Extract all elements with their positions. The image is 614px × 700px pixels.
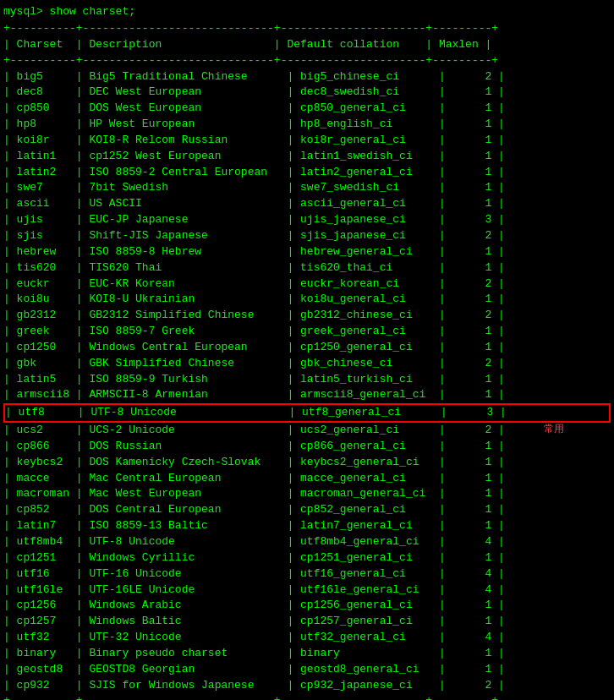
terminal-window: mysql> show charset; +----------+-------…: [0, 3, 614, 700]
table-row: | cp932 | SJIS for Windows Japanese | cp…: [3, 678, 611, 694]
table-row: | utf8 | UTF-8 Unicode | utf8_general_ci…: [3, 403, 611, 423]
separator-top: +----------+----------------------------…: [3, 21, 611, 37]
table-rows: | big5 | Big5 Traditional Chinese | big5…: [3, 69, 611, 694]
separator-mid: +----------+----------------------------…: [3, 53, 611, 69]
table-row: | latin2 | ISO 8859-2 Central European |…: [3, 165, 611, 181]
common-label: 常用: [544, 423, 564, 437]
table-row: | ujis | EUC-JP Japanese | ujis_japanese…: [3, 212, 611, 228]
table-row: | greek | ISO 8859-7 Greek | greek_gener…: [3, 324, 611, 340]
table-row: | cp1257 | Windows Baltic | cp1257_gener…: [3, 614, 611, 630]
table-row: | binary | Binary pseudo charset | binar…: [3, 646, 611, 662]
table-row: | macroman | Mac West European | macroma…: [3, 486, 611, 502]
table-row: | latin5 | ISO 8859-9 Turkish | latin5_t…: [3, 372, 611, 388]
table-row: | cp1250 | Windows Central European | cp…: [3, 340, 611, 356]
table-row: | cp1256 | Windows Arabic | cp1256_gener…: [3, 598, 611, 614]
table-row: | utf16le | UTF-16LE Unicode | utf16le_g…: [3, 582, 611, 599]
table-row: | armscii8 | ARMSCII-8 Armenian | armsci…: [3, 387, 611, 403]
table-row: | utf8mb4 | UTF-8 Unicode | utf8mb4_gene…: [3, 534, 611, 550]
table-row: | latin1 | cp1252 West European | latin1…: [3, 149, 611, 165]
table-row: | big5 | Big5 Traditional Chinese | big5…: [3, 69, 611, 85]
table-row: | cp850 | DOS West European | cp850_gene…: [3, 101, 611, 117]
table-row: | gb2312 | GB2312 Simplified Chinese | g…: [3, 308, 611, 324]
command-line: mysql> show charset;: [3, 5, 611, 18]
table-row: | sjis | Shift-JIS Japanese | sjis_japan…: [3, 228, 611, 244]
table-container: +----------+----------------------------…: [3, 21, 611, 700]
table-row: | swe7 | 7bit Swedish | swe7_swedish_ci …: [3, 180, 611, 196]
separator-bottom: +----------+----------------------------…: [3, 693, 611, 700]
table-row: | keybcs2 | DOS Kamenicky Czech-Slovak |…: [3, 455, 611, 471]
table-row: | gbk | GBK Simplified Chinese | gbk_chi…: [3, 356, 611, 372]
table-row: | cp866 | DOS Russian | cp866_general_ci…: [3, 439, 611, 455]
table-row: | ucs2 | UCS-2 Unicode | ucs2_general_ci…: [3, 423, 611, 439]
table-row: | koi8u | KOI8-U Ukrainian | koi8u_gener…: [3, 292, 611, 308]
table-header: | Charset | Description | Default collat…: [3, 37, 611, 53]
table-row: | ascii | US ASCII | ascii_general_ci | …: [3, 196, 611, 212]
table-row: | koi8r | KOI8-R Relcom Russian | koi8r_…: [3, 133, 611, 149]
table-row: | geostd8 | GEOSTD8 Georgian | geostd8_g…: [3, 662, 611, 678]
table-row: | hp8 | HP West European | hp8_english_c…: [3, 117, 611, 133]
table-row: | latin7 | ISO 8859-13 Baltic | latin7_g…: [3, 518, 611, 534]
table-row: | hebrew | ISO 8859-8 Hebrew | hebrew_ge…: [3, 244, 611, 260]
table-row: | utf32 | UTF-32 Unicode | utf32_general…: [3, 630, 611, 646]
table-row: | utf16 | UTF-16 Unicode | utf16_general…: [3, 566, 611, 582]
table-row: | euckr | EUC-KR Korean | euckr_korean_c…: [3, 276, 611, 293]
table-row: | tis620 | TIS620 Thai | tis620_thai_ci …: [3, 260, 611, 276]
table-row: | cp852 | DOS Central European | cp852_g…: [3, 502, 611, 518]
table-row: | cp1251 | Windows Cyrillic | cp1251_gen…: [3, 550, 611, 566]
table-row: | dec8 | DEC West European | dec8_swedis…: [3, 85, 611, 101]
table-row: | macce | Mac Central European | macce_g…: [3, 471, 611, 487]
